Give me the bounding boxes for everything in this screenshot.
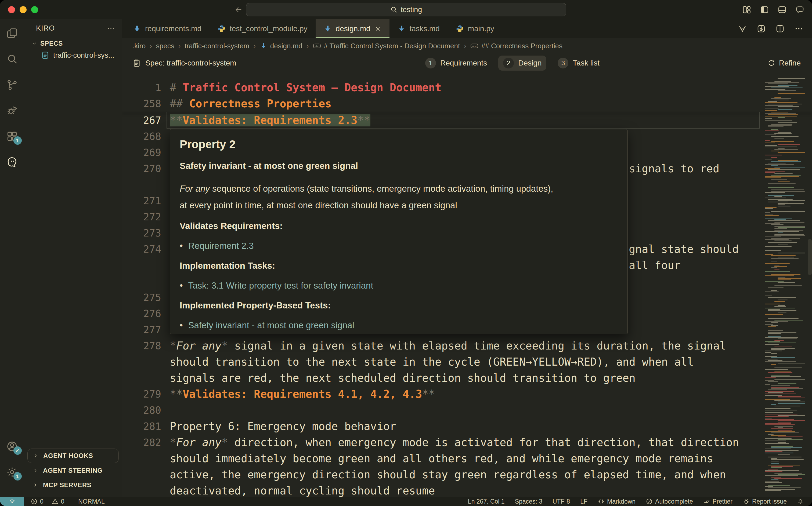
- editor-line[interactable]: 1# Traffic Control System — Design Docum…: [122, 79, 812, 96]
- layout-grid-icon[interactable]: [742, 5, 751, 14]
- step-number: 2: [503, 58, 514, 69]
- status-item--normal-[interactable]: -- NORMAL --: [73, 498, 110, 505]
- line-text: signals are red, the next scheduled dire…: [170, 372, 636, 384]
- editor-line[interactable]: 282*For any* direction, when emergency m…: [122, 434, 812, 450]
- status-item-utf-8[interactable]: UTF-8: [552, 498, 570, 505]
- editor-line[interactable]: deactivated, normal cycling should resum…: [122, 483, 812, 497]
- minimap-line: [765, 212, 770, 213]
- sidebar-item-traffic-control-sys-[interactable]: traffic-control-sys...: [24, 50, 122, 61]
- status-item-0[interactable]: 0: [30, 498, 44, 505]
- activity-source-control-button[interactable]: [6, 79, 18, 91]
- popup-link[interactable]: Task: 3.1 Write property test for safety…: [188, 280, 373, 291]
- activity-files-button[interactable]: [6, 27, 18, 39]
- editor-line[interactable]: 281Property 6: Emergency mode behavior: [122, 418, 812, 434]
- side-panel: KIRO SPECStraffic-control-sys... AGENT H…: [24, 19, 122, 497]
- minimap-line: [768, 332, 796, 333]
- minimap-line: [765, 438, 792, 439]
- sidebar-section-mcp-servers[interactable]: MCP SERVERS: [27, 478, 119, 492]
- line-number: 276: [122, 308, 161, 320]
- editor-line[interactable]: 280: [122, 402, 812, 418]
- minimap-line: [778, 454, 790, 455]
- editor-line[interactable]: should immediately become green and all …: [122, 450, 812, 467]
- breadcrumb-item[interactable]: specs: [156, 42, 174, 50]
- line-number: 271: [122, 195, 161, 207]
- panel-bottom-icon[interactable]: [778, 5, 787, 14]
- status-item-0[interactable]: 0: [52, 498, 65, 505]
- status-item-lf[interactable]: LF: [580, 498, 587, 505]
- spec-step-requirements[interactable]: 1Requirements: [420, 56, 492, 71]
- minimize-window-button[interactable]: [20, 6, 26, 13]
- popup-link[interactable]: Safety invariant - at most one green sig…: [188, 320, 354, 331]
- status-item-spaces-3[interactable]: Spaces: 3: [515, 498, 542, 505]
- breadcrumb-item[interactable]: .kiro: [132, 42, 146, 50]
- editor-line[interactable]: active, the emergency direction should s…: [122, 467, 812, 483]
- activity-kiro-ghost-button[interactable]: [6, 156, 18, 168]
- sidebar-section-agent-steering[interactable]: AGENT STEERING: [27, 463, 119, 478]
- editor-line[interactable]: 279**Validates: Requirements 4.1, 4.2, 4…: [122, 386, 812, 402]
- status-item-prettier[interactable]: Prettier: [703, 498, 733, 505]
- activity-settings-gear-button[interactable]: 1: [6, 466, 18, 478]
- step-label: Requirements: [440, 59, 487, 67]
- breadcrumb-item[interactable]: design.md: [260, 42, 302, 50]
- command-search-input[interactable]: testing: [246, 3, 566, 16]
- panel-more-icon[interactable]: [107, 24, 115, 32]
- line-number: 277: [122, 324, 161, 336]
- remote-indicator[interactable]: [0, 497, 24, 506]
- tab-test_control_module.py[interactable]: test_control_module.py: [210, 19, 316, 38]
- minimap-line: [771, 124, 792, 124]
- scrollbar-thumb[interactable]: [808, 239, 812, 275]
- sidebar-section-specs[interactable]: SPECS: [24, 37, 122, 50]
- refine-button[interactable]: Refine: [767, 59, 801, 67]
- close-window-button[interactable]: [8, 6, 15, 13]
- open-preview-icon[interactable]: [757, 24, 766, 33]
- editor-line[interactable]: 258## Correctness Properties: [122, 96, 812, 112]
- tab-tasks.md[interactable]: tasks.md: [389, 19, 448, 38]
- tab-close-icon[interactable]: [374, 25, 381, 32]
- tab-design.md[interactable]: design.md: [316, 19, 389, 38]
- markdown-outline-icon[interactable]: [738, 24, 747, 33]
- tab-requirements.md[interactable]: requirements.md: [125, 19, 210, 38]
- activity-extensions-button[interactable]: 1: [6, 131, 18, 142]
- minimap-line: [771, 463, 779, 464]
- breadcrumb-item[interactable]: traffic-control-system: [184, 42, 249, 50]
- breadcrumb-item[interactable]: abc## Correctness Properties: [470, 42, 563, 50]
- minimap-line: [778, 420, 805, 421]
- panel-left-icon[interactable]: [760, 5, 769, 14]
- nav-back-icon[interactable]: [234, 5, 243, 14]
- editor-line[interactable]: 267**Validates: Requirements 2.3**: [122, 112, 812, 128]
- activity-account-button[interactable]: ✓: [6, 440, 18, 452]
- minimap-line: [778, 422, 791, 423]
- ellipsis-icon[interactable]: [794, 24, 803, 33]
- editor[interactable]: 1# Traffic Control System — Design Docum…: [122, 73, 812, 497]
- minimap-line: [778, 403, 805, 404]
- activity-debug-button[interactable]: [6, 105, 18, 116]
- activity-search-button[interactable]: [6, 53, 18, 65]
- sidebar-section-agent-hooks[interactable]: AGENT HOOKS: [27, 448, 119, 463]
- minimap-line: [778, 312, 787, 313]
- minimap-line: [768, 183, 796, 184]
- minimap[interactable]: [765, 76, 806, 493]
- abc-icon: abc: [313, 42, 321, 50]
- status-item-report-issue[interactable]: Report issue: [743, 498, 787, 505]
- minimap-line: [778, 398, 805, 398]
- editor-line[interactable]: should transition to the next state in t…: [122, 354, 812, 370]
- editor-line[interactable]: 278*For any* signal in a given state wit…: [122, 338, 812, 354]
- breadcrumb-item[interactable]: abc# Traffic Control System - Design Doc…: [313, 42, 460, 50]
- minimap-line: [774, 226, 805, 227]
- editor-line[interactable]: signals are red, the next scheduled dire…: [122, 370, 812, 386]
- chat-bubble-icon[interactable]: [795, 5, 805, 14]
- tab-main.py[interactable]: main.py: [448, 19, 502, 38]
- status-item-autocomplete[interactable]: Autocomplete: [646, 498, 693, 505]
- status-item[interactable]: [797, 498, 804, 505]
- maximize-window-button[interactable]: [31, 6, 38, 13]
- spec-step-task-list[interactable]: 3Task list: [553, 56, 604, 71]
- spec-step-design[interactable]: 2Design: [498, 56, 546, 71]
- double-check-icon: [703, 498, 710, 505]
- status-item-ln-267-col-1[interactable]: Ln 267, Col 1: [468, 498, 505, 505]
- minimap-line: [765, 296, 772, 297]
- minimap-line: [778, 152, 805, 153]
- minimap-line: [765, 171, 785, 172]
- split-editor-icon[interactable]: [776, 24, 785, 33]
- status-item-markdown[interactable]: Markdown: [598, 498, 636, 505]
- popup-link[interactable]: Requirement 2.3: [188, 241, 254, 251]
